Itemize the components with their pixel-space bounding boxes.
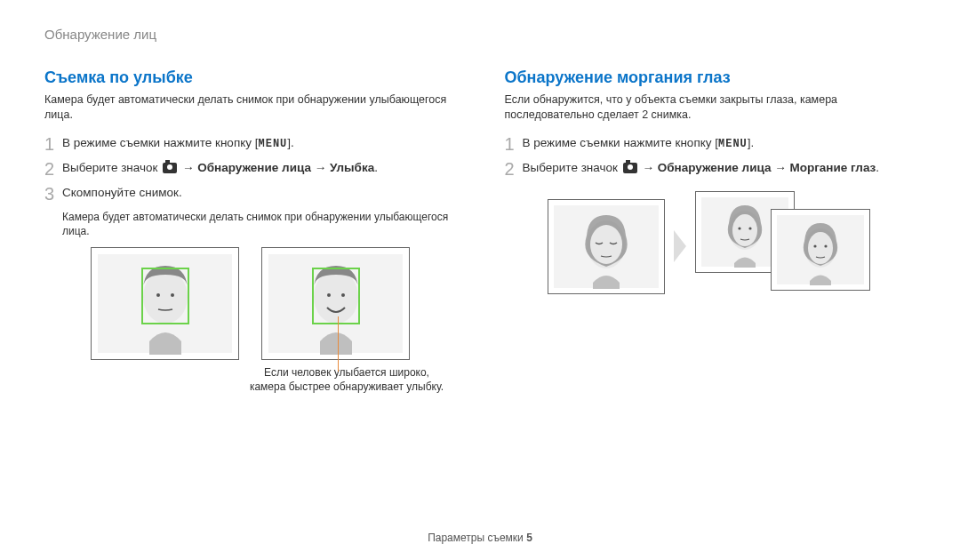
- step-end: .: [374, 161, 378, 174]
- step-bold: Обнаружение лица: [658, 161, 772, 174]
- step-arrow: →: [639, 161, 658, 174]
- svg-point-2: [156, 293, 160, 297]
- menu-glyph: MENU: [718, 138, 748, 150]
- menu-glyph: MENU: [259, 138, 288, 150]
- svg-point-20: [808, 232, 833, 264]
- step-arrow: →: [179, 161, 197, 174]
- step-number: 1: [44, 135, 62, 153]
- svg-point-12: [590, 225, 622, 264]
- step-bold: Моргание глаз: [789, 161, 876, 174]
- step-text: ].: [748, 136, 755, 149]
- step-body: В режиме съемки нажмите кнопку [MENU].: [523, 135, 755, 152]
- left-column: Съемка по улыбке Камера будет автоматиче…: [44, 68, 456, 410]
- step-bold: Улыбка: [330, 161, 374, 174]
- left-substep: Камера будет автоматически делать снимок…: [62, 210, 456, 238]
- step-number: 2: [44, 160, 62, 178]
- left-step-2: 2 Выберите значок → Обнаружение лица → У…: [44, 160, 456, 178]
- breadcrumb: Обнаружение лиц: [44, 27, 916, 42]
- manual-page: Обнаружение лиц Съемка по улыбке Камера …: [0, 0, 960, 560]
- face-eyes-closed-illustration: [553, 204, 660, 289]
- right-intro: Если обнаружится, что у объекта съемки з…: [505, 92, 916, 123]
- right-heading: Обнаружение моргания глаз: [505, 68, 916, 87]
- step-text: В режиме съемки нажмите кнопку [: [62, 136, 259, 149]
- step-body: Выберите значок → Обнаружение лица → Улы…: [62, 160, 378, 177]
- blink-result-frame-2: [771, 209, 870, 291]
- step-text: Выберите значок: [523, 161, 621, 174]
- smile-image-row: [44, 247, 456, 360]
- footer-label: Параметры съемки: [428, 532, 526, 544]
- step-body: Выберите значок → Обнаружение лица → Мор…: [523, 160, 880, 177]
- left-step-1: 1 В режиме съемки нажмите кнопку [MENU].: [44, 135, 456, 153]
- step-bold: Обнаружение лица: [197, 161, 311, 174]
- svg-point-3: [171, 293, 174, 297]
- blink-frame-closed: [548, 199, 665, 294]
- step-number: 2: [505, 160, 523, 178]
- face-open-illustration: [776, 214, 865, 285]
- content-columns: Съемка по улыбке Камера будет автоматиче…: [44, 68, 916, 410]
- right-column: Обнаружение моргания глаз Если обнаружит…: [505, 68, 916, 410]
- camera-icon: [623, 163, 637, 173]
- face-neutral-illustration: [96, 252, 234, 355]
- page-footer: Параметры съемки 5: [0, 532, 960, 544]
- svg-point-7: [327, 293, 331, 297]
- svg-point-1: [143, 270, 188, 324]
- step-arrow: →: [771, 161, 789, 174]
- right-step-1: 1 В режиме съемки нажмите кнопку [MENU].: [505, 135, 916, 153]
- step-arrow: →: [311, 161, 330, 174]
- left-step-3: 3 Скомпонуйте снимок.: [44, 185, 456, 203]
- camera-icon: [163, 163, 177, 173]
- svg-point-16: [738, 227, 740, 229]
- step-body: В режиме съемки нажмите кнопку [MENU].: [62, 135, 294, 152]
- left-intro: Камера будет автоматически делать снимок…: [44, 92, 456, 123]
- blink-image-row: [505, 191, 916, 302]
- left-heading: Съемка по улыбке: [44, 68, 456, 87]
- arrow-right-icon: [674, 230, 686, 262]
- page-number: 5: [526, 532, 532, 544]
- smile-frame-smiling: [261, 247, 410, 360]
- face-smiling-illustration: [267, 252, 404, 355]
- svg-point-22: [824, 244, 827, 247]
- blink-result-pair: [695, 191, 873, 302]
- svg-point-6: [314, 270, 358, 324]
- svg-point-17: [748, 227, 751, 229]
- svg-point-15: [732, 214, 757, 246]
- step-number: 1: [505, 135, 523, 153]
- callout-line: Если человек улыбается широко, камера бы…: [44, 365, 456, 410]
- step-number: 3: [44, 185, 62, 203]
- svg-point-21: [813, 244, 816, 247]
- right-step-2: 2 Выберите значок → Обнаружение лица → М…: [505, 160, 916, 178]
- step-text: ].: [287, 136, 294, 149]
- step-text: В режиме съемки нажмите кнопку [: [523, 136, 719, 149]
- smile-frame-neutral: [91, 247, 239, 360]
- step-text: Выберите значок: [62, 161, 161, 174]
- svg-point-8: [341, 293, 345, 297]
- callout-text: Если человек улыбается широко, камера бы…: [249, 365, 444, 394]
- step-end: .: [876, 161, 879, 174]
- step-body: Скомпонуйте снимок.: [62, 185, 182, 202]
